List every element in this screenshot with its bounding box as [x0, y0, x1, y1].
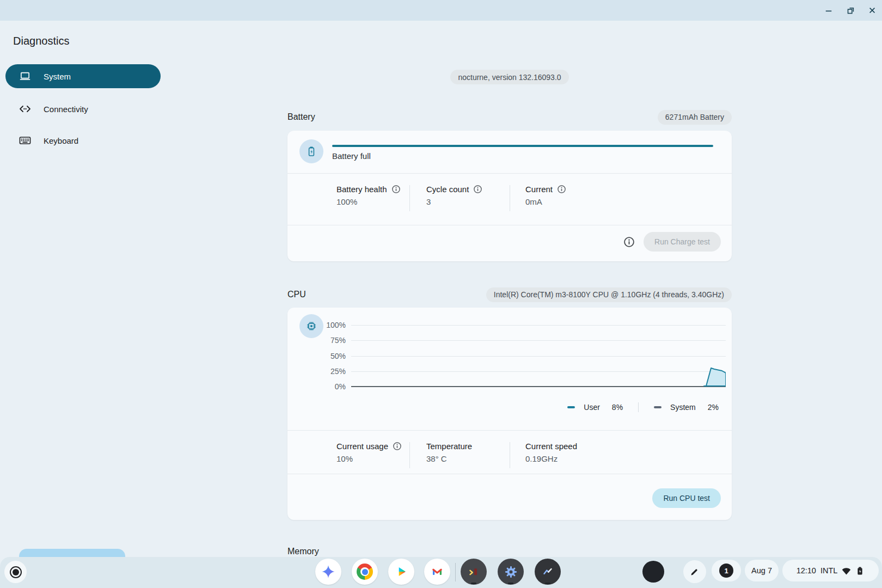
shelf: 1 Aug 7 12:10 INTL — [0, 557, 882, 588]
shelf-separator — [455, 563, 456, 581]
date-pill[interactable]: Aug 7 — [745, 560, 779, 581]
cpu-card: 100% 75% 50% 25% 0% User 8% System 2% Cu… — [287, 308, 732, 520]
shelf-item-chrome[interactable] — [352, 559, 378, 585]
window-controls — [824, 0, 877, 21]
battery-icon — [299, 139, 323, 163]
close-button[interactable] — [868, 6, 877, 15]
battery-status-label: Battery full — [332, 151, 371, 161]
minimize-button[interactable] — [824, 6, 833, 15]
status-tray[interactable]: 12:10 INTL — [782, 560, 879, 581]
run-cpu-test-button[interactable]: Run CPU test — [652, 488, 721, 508]
account-avatar[interactable] — [642, 561, 664, 583]
battery-capacity-chip: 6271mAh Battery — [658, 110, 732, 125]
ytick-50: 50% — [312, 352, 346, 361]
battery-health-stat: Battery health 100% — [336, 183, 401, 206]
notification-counter[interactable]: 1 — [712, 560, 741, 581]
cpu-usage-area-chart — [351, 325, 726, 387]
sidebar-item-label: Connectivity — [44, 105, 88, 114]
cpu-temperature-stat: Temperature 38° C — [426, 440, 472, 463]
clock: 12:10 — [797, 566, 816, 575]
ytick-75: 75% — [312, 336, 346, 345]
cpu-section-title: CPU — [287, 290, 306, 299]
running-indicator — [471, 583, 476, 584]
sidebar-item-label: System — [44, 72, 71, 81]
board-version-chip: nocturne, version 132.16093.0 — [450, 70, 568, 84]
memory-section-title: Memory — [287, 547, 319, 556]
cpu-model-chip: Intel(R) Core(TM) m3-8100Y CPU @ 1.10GHz… — [486, 287, 732, 302]
shelf-item-gemini[interactable] — [315, 559, 341, 585]
battery-charge-bar — [332, 145, 713, 147]
battery-charging-icon — [855, 566, 865, 575]
keyboard-icon — [19, 134, 32, 147]
wifi-icon — [842, 566, 851, 575]
ytick-100: 100% — [312, 321, 346, 330]
info-icon[interactable] — [391, 185, 401, 194]
laptop-icon — [19, 70, 32, 83]
chrome-icon — [357, 564, 373, 580]
window-title-bar — [0, 0, 882, 21]
user-legend-swatch — [567, 406, 575, 408]
info-icon[interactable] — [623, 236, 635, 248]
system-legend-swatch — [654, 406, 661, 408]
launcher-button[interactable] — [4, 561, 27, 583]
cycle-count-stat: Cycle count 3 — [426, 183, 482, 206]
terminal-icon — [467, 565, 481, 579]
current-stat: Current 0mA — [525, 183, 566, 206]
page-title: Diagnostics — [13, 35, 69, 47]
battery-section-header: Battery 6271mAh Battery — [287, 109, 732, 125]
stylus-pen-icon — [689, 566, 700, 577]
sidebar-item-system[interactable]: System — [5, 64, 161, 88]
sidebar-item-keyboard[interactable]: Keyboard — [5, 128, 161, 152]
shelf-item-terminal[interactable] — [461, 559, 487, 585]
restore-button[interactable] — [846, 6, 855, 15]
info-icon[interactable] — [393, 442, 402, 451]
network-icon — [19, 102, 32, 115]
shelf-item-play-store[interactable] — [388, 559, 414, 585]
stylus-tools-button[interactable] — [683, 560, 706, 583]
info-icon[interactable] — [473, 185, 482, 194]
gmail-icon — [430, 565, 444, 579]
notification-count-badge: 1 — [719, 564, 733, 578]
sidebar-item-connectivity[interactable]: Connectivity — [5, 97, 161, 121]
diagnostics-chart-icon — [541, 565, 555, 579]
shelf-item-settings[interactable] — [498, 559, 524, 585]
gemini-icon — [321, 564, 336, 579]
battery-card: Battery full Battery health 100% Cycle c… — [287, 131, 732, 261]
ytick-0: 0% — [312, 382, 346, 391]
battery-section-title: Battery — [287, 112, 315, 122]
play-store-icon — [394, 565, 408, 579]
chart-legend: User 8% System 2% — [567, 402, 719, 412]
info-icon[interactable] — [557, 185, 566, 194]
running-indicator — [508, 583, 513, 584]
sidebar-item-label: Keyboard — [44, 136, 78, 145]
running-indicator — [545, 583, 550, 584]
ytick-25: 25% — [312, 367, 346, 376]
shelf-item-diagnostics[interactable] — [535, 559, 561, 585]
cpu-section-header: CPU Intel(R) Core(TM) m3-8100Y CPU @ 1.1… — [287, 286, 732, 303]
shelf-item-gmail[interactable] — [424, 559, 450, 585]
settings-gear-icon — [504, 565, 518, 579]
launcher-icon — [10, 566, 22, 578]
cpu-speed-stat: Current speed 0.19GHz — [525, 440, 577, 463]
run-charge-test-button[interactable]: Run Charge test — [644, 232, 721, 252]
keyboard-layout-indicator: INTL — [820, 566, 837, 575]
cpu-usage-stat: Current usage 10% — [336, 440, 402, 463]
